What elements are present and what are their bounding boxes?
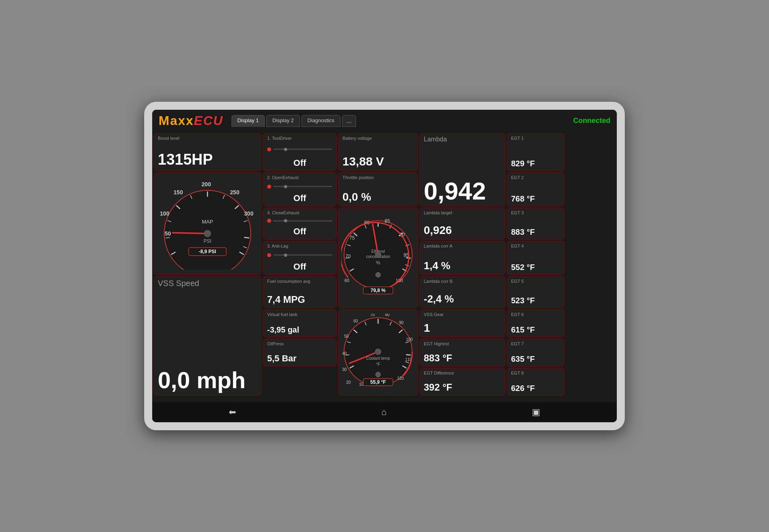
svg-text:-8,9 PSI: -8,9 PSI [199, 249, 216, 254]
svg-point-51 [376, 272, 380, 277]
lambda-big-cell: Lambda 0,942 [419, 133, 505, 206]
svg-point-83 [375, 349, 381, 355]
svg-point-50 [375, 252, 381, 258]
svg-text:150: 150 [173, 189, 183, 195]
svg-text:300: 300 [244, 210, 254, 217]
connection-status: Connected [573, 117, 610, 125]
svg-text:%: % [376, 260, 380, 266]
svg-text:55,9 °F: 55,9 °F [370, 379, 386, 385]
tab-diagnostics[interactable]: Diagnostics [302, 115, 340, 127]
svg-text:50: 50 [344, 334, 349, 339]
svg-text:85: 85 [384, 218, 390, 224]
svg-line-2 [166, 238, 170, 238]
svg-point-84 [376, 372, 380, 377]
coolant-gauge-svg: 40 50 60 70 80 90 100 110 120 30 20 10 0… [341, 314, 415, 392]
tab-display2[interactable]: Display 2 [266, 115, 300, 127]
logo-ecu: ECU [194, 113, 223, 128]
egt7-cell: EGT 7 635 °F [507, 339, 565, 367]
svg-text:90: 90 [399, 320, 404, 325]
svg-text:40: 40 [342, 351, 347, 356]
open-exhaust-cell: 2. OpenExhaust Off [263, 172, 337, 206]
svg-text:50: 50 [165, 230, 171, 237]
svg-text:120: 120 [397, 376, 404, 381]
svg-text:°F: °F [376, 362, 380, 367]
recents-button[interactable]: ▣ [532, 407, 540, 417]
virtual-fuel-cell: Virtual fuel tank -3,95 gal [263, 309, 337, 337]
test-driver-cell: 1. TestDriver Off [263, 133, 337, 171]
egt-highest-cell: EGT Highest 883 °F [419, 339, 505, 367]
vss-speed-cell: VSS Speed 0,0 mph [153, 276, 262, 396]
oil-press-cell: OilPress 5,5 Bar [263, 339, 337, 367]
bottom-navigation: ⬅ ⌂ ▣ [152, 402, 617, 422]
boost-cell: Boost level 1315HP [153, 133, 262, 171]
battery-voltage-cell: Battery voltage 13,88 V [338, 133, 418, 171]
svg-point-22 [204, 230, 211, 237]
lambda-corr-a-cell: Lambda corr A 1,4 % [419, 241, 505, 275]
ethanol-gauge-svg: 70 75 80 85 90 95 100 60 Ethanol concent… [341, 211, 415, 305]
svg-line-21 [173, 233, 207, 234]
egt1-cell: EGT 1 829 °F [507, 133, 565, 171]
tab-bar: Display 1 Display 2 Diagnostics ... [232, 115, 573, 127]
map-gauge-cell: 50 100 150 200 250 300 MAP PSI -8,9 PSI [153, 172, 262, 275]
ethanol-gauge-cell: 70 75 80 85 90 95 100 60 Ethanol concent… [338, 208, 418, 308]
lambda-corr-b-cell: Lambda corr B -2,4 % [419, 276, 505, 308]
header: MaxxECU Display 1 Display 2 Diagnostics … [152, 110, 617, 132]
tab-more[interactable]: ... [342, 115, 356, 127]
svg-text:80: 80 [385, 314, 390, 317]
main-dashboard: Boost level 1315HP [152, 132, 617, 402]
svg-text:75: 75 [349, 235, 355, 241]
svg-text:200: 200 [201, 181, 211, 187]
svg-text:250: 250 [230, 189, 240, 195]
fuel-cons-cell: Fuel consumption avg 7,4 MPG [263, 276, 337, 308]
svg-text:70: 70 [370, 314, 375, 317]
svg-text:70: 70 [345, 254, 351, 259]
svg-text:MAP: MAP [202, 219, 213, 225]
map-gauge: 50 100 150 200 250 300 MAP PSI -8,9 PSI [157, 177, 258, 270]
close-exhaust-cell: 4. CloseExhaust Off [263, 208, 337, 240]
anti-lag-cell: 3. Anti-Lag Off [263, 241, 337, 275]
svg-line-10 [244, 238, 249, 238]
egt8-cell: EGT 8 626 °F [507, 368, 565, 396]
svg-text:PSI: PSI [203, 238, 211, 244]
home-button[interactable]: ⌂ [381, 407, 387, 417]
throttle-position-cell: Throttle position 0,0 % [338, 172, 418, 206]
svg-text:60: 60 [353, 319, 358, 323]
logo-maxx: Maxx [159, 113, 194, 128]
egt-difference-cell: EGT Difference 392 °F [419, 368, 505, 396]
app-logo: MaxxECU [159, 113, 223, 128]
svg-text:Coolant temp: Coolant temp [366, 356, 390, 361]
svg-text:79,8 %: 79,8 % [370, 288, 386, 293]
egt3-cell: EGT 3 883 °F [507, 208, 565, 240]
svg-text:30: 30 [342, 367, 347, 372]
svg-text:100: 100 [406, 337, 413, 342]
lambda-target-cell: Lambda target 0,926 [419, 208, 505, 240]
svg-text:60: 60 [344, 278, 349, 283]
egt4-cell: EGT 4 552 °F [507, 241, 565, 275]
svg-text:100: 100 [160, 210, 169, 217]
egt5-cell: EGT 5 523 °F [507, 276, 565, 308]
back-button[interactable]: ⬅ [229, 407, 236, 417]
egt2-cell: EGT 2 768 °F [507, 172, 565, 206]
coolant-gauge-cell: 40 50 60 70 80 90 100 110 120 30 20 10 0… [338, 309, 418, 396]
tab-display1[interactable]: Display 1 [232, 115, 265, 127]
egt6-cell: EGT 6 615 °F [507, 309, 565, 337]
vss-gear-cell: VSS Gear 1 [419, 309, 505, 337]
svg-line-64 [406, 355, 411, 355]
svg-text:20: 20 [346, 380, 351, 385]
